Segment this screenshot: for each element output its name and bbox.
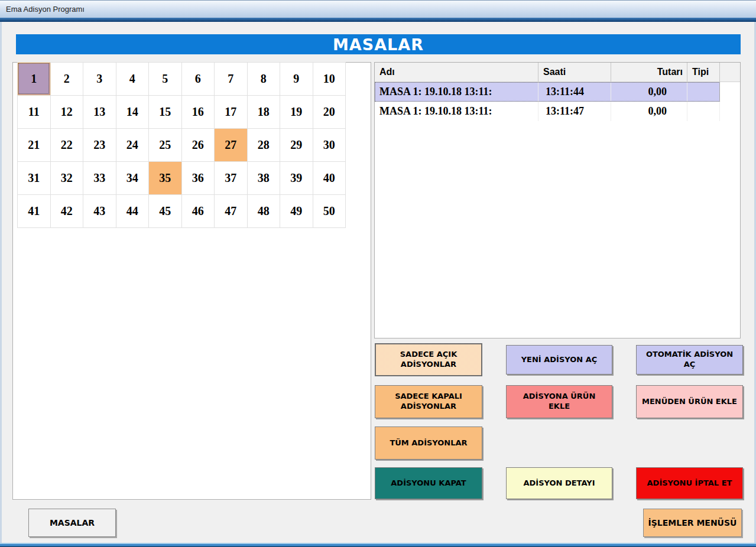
table-cell-10[interactable]: 10	[313, 62, 346, 95]
table-cell-35[interactable]: 35	[148, 161, 181, 194]
table-cell-48[interactable]: 48	[247, 194, 280, 227]
tables-panel: 1234567891011121314151617181920212223242…	[12, 62, 371, 500]
table-cell-9[interactable]: 9	[280, 62, 313, 95]
table-cell-20[interactable]: 20	[313, 95, 346, 128]
cancel-adisyon-button[interactable]: ADİSYONU İPTAL ET	[636, 467, 743, 499]
table-cell-4[interactable]: 4	[116, 62, 149, 95]
list-header: Adı Saati Tutarı Tipi	[375, 63, 740, 82]
cell-adi: MASA 1: 19.10.18 13:11:	[375, 82, 538, 102]
cell-saati: 13:11:44	[538, 82, 611, 102]
table-cell-47[interactable]: 47	[214, 194, 247, 227]
adisyon-row-highlight: MASA 1: 19.10.18 13:11:13:11:470,00	[375, 102, 720, 121]
adisyon-row-2[interactable]: MASA 1: 19.10.18 13:11:13:11:470,00	[375, 102, 740, 121]
table-cell-46[interactable]: 46	[181, 194, 215, 227]
table-cell-40[interactable]: 40	[313, 161, 346, 194]
tables-grid: 1234567891011121314151617181920212223242…	[17, 62, 346, 228]
table-cell-14[interactable]: 14	[116, 95, 149, 128]
table-cell-22[interactable]: 22	[50, 128, 83, 161]
page-title: MASALAR	[16, 34, 741, 54]
table-cell-12[interactable]: 12	[50, 95, 83, 128]
table-cell-6[interactable]: 6	[181, 62, 215, 95]
table-cell-16[interactable]: 16	[181, 95, 215, 128]
table-cell-31[interactable]: 31	[17, 161, 50, 194]
table-cell-38[interactable]: 38	[247, 161, 280, 194]
tables-nav-button[interactable]: MASALAR	[28, 509, 116, 537]
table-cell-29[interactable]: 29	[280, 128, 313, 161]
table-cell-32[interactable]: 32	[50, 161, 83, 194]
table-cell-49[interactable]: 49	[280, 194, 313, 227]
table-cell-37[interactable]: 37	[214, 161, 247, 194]
titlebar-divider	[0, 18, 756, 22]
app-window: Ema Adisyon Programı MASALAR 12345678910…	[0, 0, 756, 547]
table-cell-15[interactable]: 15	[148, 95, 181, 128]
table-cell-43[interactable]: 43	[83, 194, 116, 227]
table-cell-17[interactable]: 17	[214, 95, 247, 128]
table-cell-18[interactable]: 18	[247, 95, 280, 128]
table-cell-13[interactable]: 13	[83, 95, 116, 128]
page-title-label: MASALAR	[333, 35, 424, 54]
cell-tutari: 0,00	[611, 102, 687, 121]
row-filler	[720, 102, 740, 121]
table-cell-8[interactable]: 8	[247, 62, 280, 95]
cell-tipi	[687, 82, 720, 102]
table-cell-44[interactable]: 44	[116, 194, 149, 227]
new-adisyon-button[interactable]: YENİ ADİSYON AÇ	[506, 345, 612, 375]
window-title: Ema Adisyon Programı	[6, 5, 85, 14]
table-cell-5[interactable]: 5	[148, 62, 181, 95]
adisyon-list-panel: Adı Saati Tutarı Tipi MASA 1: 19.10.18 1…	[374, 62, 741, 338]
all-adisyons-button[interactable]: TÜM ADİSYONLAR	[375, 426, 482, 460]
column-header-saati[interactable]: Saati	[538, 63, 611, 82]
auto-adisyon-button[interactable]: OTOMATİK ADİSYON AÇ	[636, 345, 743, 375]
table-cell-39[interactable]: 39	[280, 161, 313, 194]
row-filler	[720, 82, 740, 102]
table-cell-33[interactable]: 33	[83, 161, 116, 194]
filter-closed-adisyons-button[interactable]: SADECE KAPALI ADİSYONLAR	[375, 385, 482, 418]
table-cell-2[interactable]: 2	[50, 62, 83, 95]
window-titlebar[interactable]: Ema Adisyon Programı	[0, 0, 756, 18]
list-body: MASA 1: 19.10.18 13:11:13:11:440,00MASA …	[375, 82, 740, 121]
add-product-from-menu-button[interactable]: MENÜDEN ÜRÜN EKLE	[636, 385, 743, 418]
table-cell-11[interactable]: 11	[17, 95, 50, 128]
table-cell-24[interactable]: 24	[116, 128, 149, 161]
table-cell-27[interactable]: 27	[214, 128, 247, 161]
table-cell-1[interactable]: 1	[17, 62, 50, 95]
cell-tipi	[687, 102, 720, 121]
table-cell-7[interactable]: 7	[214, 62, 247, 95]
column-header-adi[interactable]: Adı	[375, 63, 538, 82]
cell-saati: 13:11:47	[538, 102, 611, 121]
table-cell-19[interactable]: 19	[280, 95, 313, 128]
table-cell-41[interactable]: 41	[17, 194, 50, 227]
table-cell-42[interactable]: 42	[50, 194, 83, 227]
filter-open-adisyons-button[interactable]: SADECE AÇIK ADİSYONLAR	[375, 343, 482, 376]
table-cell-34[interactable]: 34	[116, 161, 149, 194]
column-header-filler	[720, 63, 740, 82]
window-bottom-border	[0, 543, 756, 547]
table-cell-50[interactable]: 50	[313, 194, 346, 227]
table-cell-23[interactable]: 23	[83, 128, 116, 161]
adisyon-row-highlight: MASA 1: 19.10.18 13:11:13:11:440,00	[375, 82, 720, 102]
cell-tutari: 0,00	[611, 82, 687, 102]
column-header-tutari[interactable]: Tutarı	[611, 63, 687, 82]
table-cell-26[interactable]: 26	[181, 128, 215, 161]
table-cell-25[interactable]: 25	[148, 128, 181, 161]
column-header-tipi[interactable]: Tipi	[687, 63, 720, 82]
table-cell-45[interactable]: 45	[148, 194, 181, 227]
operations-menu-button[interactable]: İŞLEMLER MENÜSÜ	[643, 509, 742, 537]
table-cell-21[interactable]: 21	[17, 128, 50, 161]
table-cell-3[interactable]: 3	[83, 62, 116, 95]
cell-adi: MASA 1: 19.10.18 13:11:	[375, 102, 538, 121]
table-cell-30[interactable]: 30	[313, 128, 346, 161]
add-product-to-adisyon-button[interactable]: ADİSYONA ÜRÜN EKLE	[506, 385, 612, 418]
adisyon-row-1[interactable]: MASA 1: 19.10.18 13:11:13:11:440,00	[375, 82, 740, 102]
table-cell-28[interactable]: 28	[247, 128, 280, 161]
table-cell-36[interactable]: 36	[181, 161, 215, 194]
close-adisyon-button[interactable]: ADİSYONU KAPAT	[375, 467, 482, 499]
adisyon-detail-button[interactable]: ADİSYON DETAYI	[506, 467, 612, 499]
